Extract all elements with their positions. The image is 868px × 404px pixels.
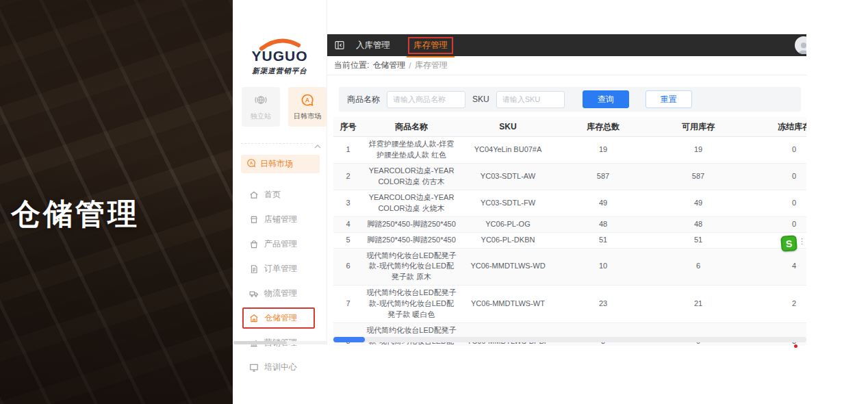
column-header: 冻结库存 bbox=[746, 117, 806, 136]
available-stock-cell: 51 bbox=[650, 233, 746, 248]
frozen-stock-cell: 0 bbox=[746, 190, 806, 216]
sidebar-item-home[interactable]: 首页 bbox=[242, 184, 315, 205]
product-name-input[interactable] bbox=[387, 91, 465, 108]
sidebar-divider bbox=[241, 143, 320, 144]
total-stock-cell: 3 bbox=[556, 323, 650, 346]
frozen-stock-cell: 0 bbox=[746, 233, 806, 248]
query-button[interactable]: 查询 bbox=[583, 90, 629, 108]
available-stock-cell: 48 bbox=[650, 217, 746, 232]
chat-bubble-icon: A bbox=[246, 158, 256, 170]
total-stock-cell: 49 bbox=[556, 190, 650, 216]
market-tile-label: 独立站 bbox=[251, 112, 271, 121]
breadcrumb-separator: / bbox=[409, 61, 411, 71]
sku-cell: YC04YeLin BU07#A bbox=[460, 137, 556, 163]
total-stock-cell: 19 bbox=[556, 137, 650, 163]
sidebar-item-training[interactable]: 培训中心 bbox=[242, 357, 315, 378]
frozen-stock-cell: 0 bbox=[746, 164, 806, 190]
breadcrumb-parent[interactable]: 仓储管理 bbox=[372, 60, 405, 71]
warehouse-icon bbox=[249, 314, 259, 323]
row-index-cell: 2 bbox=[333, 164, 363, 190]
table-row: 7现代简约化妆台LED配凳子款-现代简约化妆台LED配凳子款 暖白色YC06-M… bbox=[333, 286, 806, 323]
training-icon bbox=[249, 363, 259, 373]
logistics-icon bbox=[249, 289, 259, 299]
order-icon bbox=[249, 264, 259, 274]
available-stock-cell: 0 bbox=[650, 323, 746, 346]
shop-icon bbox=[249, 215, 259, 225]
brand-name: YUGUO bbox=[233, 48, 327, 64]
svg-text:A: A bbox=[305, 97, 309, 103]
row-index-cell: 1 bbox=[333, 137, 363, 163]
product-name-cell: 现代简约化妆台LED配凳子款-现代简约化妆台LED配凳子款 原木 bbox=[363, 249, 460, 286]
table-row: 5脚踏250*450-脚踏250*450YC06-PL-DKBN51510 bbox=[333, 233, 806, 249]
extension-menu-dots-icon[interactable]: ⋮ bbox=[798, 237, 806, 246]
sku-cell: YC06-PL-DKBN bbox=[460, 233, 556, 248]
row-index-cell: 8 bbox=[333, 323, 363, 346]
collapse-chevron-icon[interactable] bbox=[313, 139, 322, 151]
sku-cell: YC06-MMDTLWS-WT bbox=[460, 286, 556, 323]
table-row: 4脚踏250*450-脚踏250*450YC06-PL-OG48480 bbox=[333, 217, 806, 233]
sidebar-item-order[interactable]: 订单管理 bbox=[242, 258, 315, 279]
market-tile-jp-kr-market[interactable]: A日韩市场 bbox=[288, 87, 327, 127]
inventory-table: 序号商品名称SKU库存总数可用库存冻结库存 1烊霓护腰坐垫成人款-烊霓护腰坐垫成… bbox=[333, 117, 806, 346]
row-index-cell: 6 bbox=[333, 249, 363, 286]
column-header: 库存总数 bbox=[556, 117, 650, 136]
module-tab-bar: 入库管理 库存管理 bbox=[327, 34, 806, 56]
product-name-cell: YEARCOLOR边桌-YEARCOLOR边桌 仿古木 bbox=[363, 164, 460, 190]
frozen-stock-cell: 0 bbox=[746, 217, 806, 232]
table-row: 3YEARCOLOR边桌-YEARCOLOR边桌 火烧木YC03-SDTL-FW… bbox=[333, 190, 806, 217]
sku-cell: YC06-PL-OG bbox=[460, 217, 556, 232]
row-index-cell: 3 bbox=[333, 190, 363, 216]
market-tile-label: 日韩市场 bbox=[294, 112, 321, 121]
sidebar-scrollbar-thumb[interactable] bbox=[233, 341, 287, 344]
market-tile-independent-site[interactable]: 独立站 bbox=[242, 87, 280, 127]
main-panel: 入库管理 库存管理 当前位置: 仓储管理 / 库存管理 商品名称 SKU 查询 … bbox=[327, 34, 806, 346]
sidebar-item-label: 首页 bbox=[264, 189, 281, 201]
column-header: SKU bbox=[460, 117, 556, 136]
product-name-cell: YEARCOLOR边桌-YEARCOLOR边桌 火烧木 bbox=[363, 190, 460, 216]
sidebar-item-label: 店铺管理 bbox=[264, 214, 297, 225]
sidebar-item-label: 物流管理 bbox=[264, 288, 297, 299]
row-index-cell: 5 bbox=[333, 233, 363, 248]
sku-cell: YC03-SDTL-FW bbox=[460, 190, 556, 216]
frozen-stock-cell: 4 bbox=[746, 249, 806, 286]
breadcrumb-prefix: 当前位置: bbox=[334, 60, 369, 71]
row-index-cell: 7 bbox=[333, 286, 363, 323]
collapse-sidebar-icon[interactable] bbox=[334, 40, 345, 51]
sidebar-item-label: 产品管理 bbox=[264, 238, 297, 250]
available-stock-cell: 6 bbox=[650, 249, 746, 286]
sidebar-item-shop[interactable]: 店铺管理 bbox=[242, 209, 315, 230]
available-stock-cell: 21 bbox=[650, 286, 746, 323]
product-name-cell: 现代简约化妆台LED配凳子款-现代简约化妆台LED配凳子款 蓝松木 bbox=[363, 323, 460, 346]
sidebar-item-logistics[interactable]: 物流管理 bbox=[242, 283, 315, 304]
sidebar-item-product[interactable]: 产品管理 bbox=[242, 233, 315, 255]
browser-extension-badge-icon[interactable]: S bbox=[780, 235, 797, 252]
total-stock-cell: 51 bbox=[556, 233, 650, 248]
sidebar-item-warehouse[interactable]: 仓储管理 bbox=[242, 307, 315, 329]
frozen-stock-cell: 3 bbox=[746, 323, 806, 346]
sidebar-horizontal-scrollbar bbox=[233, 341, 327, 344]
search-panel: 商品名称 SKU 查询 重置 bbox=[339, 87, 801, 112]
tab-inbound-management[interactable]: 入库管理 bbox=[356, 40, 390, 51]
user-avatar[interactable] bbox=[795, 36, 806, 54]
sidebar-section-market[interactable]: A 日韩市场 bbox=[241, 155, 320, 173]
warehouse-photo: 仓储管理 bbox=[0, 0, 233, 404]
sku-cell: YC06-MMDTLWS-WD bbox=[460, 249, 556, 286]
frozen-stock-cell: 0 bbox=[746, 137, 806, 163]
total-stock-cell: 10 bbox=[556, 249, 650, 286]
reset-button[interactable]: 重置 bbox=[646, 90, 692, 108]
notification-red-dot bbox=[794, 344, 797, 348]
table-body: 1烊霓护腰坐垫成人款-烊霓护腰坐垫成人款 红色YC04YeLin BU07#A1… bbox=[333, 137, 806, 346]
product-icon bbox=[249, 240, 259, 249]
tab-inventory-management[interactable]: 库存管理 bbox=[408, 37, 453, 54]
app-window: 仓储管理 YUGUO 新渠道营销平台 独立站A日韩市场 A 日韩市场 首页店铺管… bbox=[0, 0, 868, 404]
column-header: 可用库存 bbox=[650, 117, 746, 136]
sidebar-item-label: 订单管理 bbox=[264, 263, 297, 275]
sku-input[interactable] bbox=[496, 91, 565, 108]
market-switch: 独立站A日韩市场 bbox=[242, 87, 327, 127]
total-stock-cell: 587 bbox=[556, 164, 650, 190]
table-scrollbar-thumb[interactable] bbox=[333, 337, 365, 342]
home-icon bbox=[249, 190, 259, 200]
product-name-cell: 烊霓护腰坐垫成人款-烊霓护腰坐垫成人款 红色 bbox=[363, 137, 460, 163]
total-stock-cell: 48 bbox=[556, 217, 650, 232]
product-name-cell: 现代简约化妆台LED配凳子款-现代简约化妆台LED配凳子款 暖白色 bbox=[363, 286, 460, 323]
